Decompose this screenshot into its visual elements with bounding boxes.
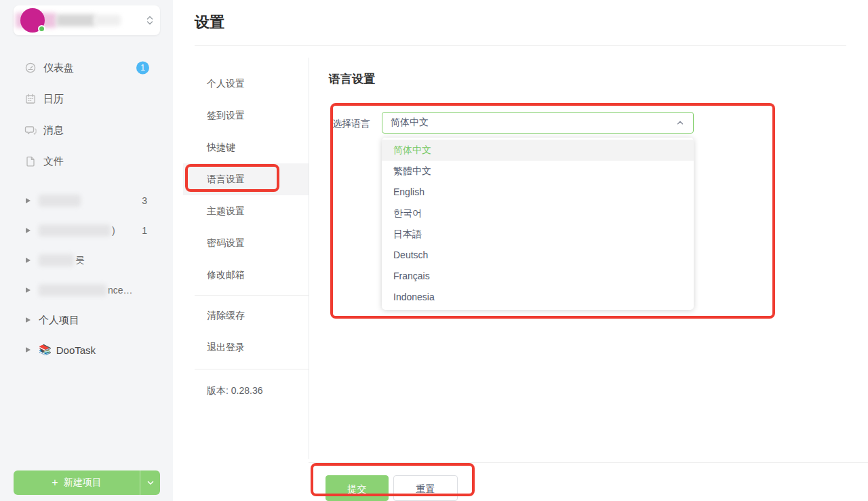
- disclosure-triangle-icon[interactable]: [26, 317, 31, 323]
- sidebar: 仪表盘 1 日历 消息 文件: [0, 0, 173, 501]
- dropdown-option-zh-tw[interactable]: 繁體中文: [382, 161, 694, 182]
- submit-button[interactable]: 提交: [326, 475, 389, 501]
- dropdown-option-japanese[interactable]: 日本語: [382, 224, 694, 245]
- dashboard-icon: [24, 62, 37, 74]
- divider: [195, 45, 846, 46]
- version-text: 版本: 0.28.36: [183, 375, 309, 407]
- dootask-app: 仪表盘 1 日历 消息 文件: [0, 0, 868, 501]
- project-row[interactable]: 3: [0, 186, 173, 216]
- sidebar-item-label: 仪表盘: [43, 62, 74, 75]
- project-name-fragment: nce…: [108, 285, 133, 296]
- dropdown-option-french[interactable]: Français: [382, 266, 694, 287]
- sidebar-item-messages[interactable]: 消息: [0, 115, 173, 146]
- sidebar-item-files[interactable]: 文件: [0, 146, 173, 177]
- books-emoji-icon: 📚: [39, 344, 52, 356]
- dropdown-option-english[interactable]: English: [382, 182, 694, 203]
- project-count: 1: [142, 225, 147, 236]
- redacted-project-name: [39, 254, 74, 266]
- settings-nav-item-personal[interactable]: 个人设置: [183, 68, 309, 100]
- language-select-value: 简体中文: [391, 117, 675, 129]
- project-name-fragment: 릇: [75, 254, 85, 266]
- select-language-label: 选择语言: [332, 118, 370, 130]
- project-row-dootask[interactable]: 📚 DooTask: [0, 335, 173, 365]
- disclosure-triangle-icon[interactable]: [26, 258, 31, 263]
- settings-nav-item-logout[interactable]: 退出登录: [183, 332, 309, 363]
- chevron-down-icon: [146, 479, 155, 487]
- project-name: DooTask: [56, 344, 96, 356]
- project-count: 3: [142, 195, 147, 206]
- workspace-selector[interactable]: [14, 5, 160, 35]
- panel-title: 语言设置: [329, 71, 375, 87]
- redacted-project-name: [39, 224, 111, 237]
- online-status-dot: [38, 25, 45, 33]
- language-settings-panel: 语言设置 选择语言 简体中文 简体中文 繁體中文 English 한국어 日本語…: [309, 58, 868, 501]
- disclosure-triangle-icon[interactable]: [26, 198, 31, 203]
- settings-nav: 个人设置 签到设置 快捷键 语言设置 主题设置 密码设置 修改邮箱 清除缓存 退…: [183, 68, 309, 407]
- sidebar-item-calendar[interactable]: 日历: [0, 83, 173, 115]
- language-select[interactable]: 简体中文: [382, 112, 694, 134]
- avatar: [20, 8, 45, 33]
- page-title: 设置: [195, 12, 224, 33]
- sidebar-item-dashboard[interactable]: 仪表盘 1: [0, 52, 173, 83]
- redacted-workspace-name: [56, 14, 96, 26]
- project-name-fragment: ): [112, 225, 115, 236]
- calendar-icon: [24, 93, 37, 105]
- reset-button[interactable]: 重置: [393, 475, 458, 501]
- project-row[interactable]: 릇: [0, 245, 173, 275]
- disclosure-triangle-icon[interactable]: [26, 347, 31, 353]
- disclosure-triangle-icon[interactable]: [26, 287, 31, 293]
- settings-nav-item-shortcuts[interactable]: 快捷键: [183, 132, 309, 163]
- dropdown-option-zh-cn[interactable]: 简体中文: [382, 140, 694, 161]
- project-row[interactable]: nce…: [0, 275, 173, 305]
- redacted-workspace-name: [94, 15, 121, 26]
- sidebar-nav: 仪表盘 1 日历 消息 文件: [0, 52, 173, 177]
- message-icon: [24, 124, 37, 136]
- chevrons-up-down-icon[interactable]: [145, 14, 155, 26]
- sidebar-item-label: 消息: [43, 124, 64, 137]
- divider: [195, 295, 309, 296]
- dropdown-option-indonesian[interactable]: Indonesia: [382, 287, 694, 308]
- dropdown-option-german[interactable]: Deutsch: [382, 245, 694, 266]
- settings-nav-item-password[interactable]: 密码设置: [183, 227, 309, 259]
- settings-nav-item-checkin[interactable]: 签到设置: [183, 100, 309, 132]
- project-name: 个人项目: [39, 314, 79, 327]
- new-project-label: 新建项目: [64, 477, 102, 489]
- settings-nav-item-clear-cache[interactable]: 清除缓存: [183, 300, 309, 332]
- dropdown-option-korean[interactable]: 한국어: [382, 203, 694, 224]
- new-project-dropdown-toggle[interactable]: [140, 470, 160, 495]
- plus-icon: +: [52, 477, 58, 488]
- unread-badge: 1: [136, 62, 149, 75]
- settings-nav-item-language[interactable]: 语言设置: [183, 163, 309, 195]
- new-project-main[interactable]: + 新建项目: [14, 470, 140, 495]
- settings-page: 设置 个人设置 签到设置 快捷键 语言设置 主题设置 密码设置 修改邮箱 清除缓…: [173, 0, 868, 501]
- new-project-button[interactable]: + 新建项目: [14, 470, 160, 495]
- redacted-project-name: [39, 195, 81, 207]
- sidebar-item-label: 文件: [43, 155, 64, 168]
- settings-nav-item-theme[interactable]: 主题设置: [183, 195, 309, 227]
- redacted-project-name: [39, 284, 106, 296]
- sidebar-item-label: 日历: [43, 93, 64, 106]
- project-list: 3 ) 1 릇 nce… 个人项目: [0, 186, 173, 365]
- chevron-up-icon: [675, 118, 685, 127]
- disclosure-triangle-icon[interactable]: [26, 228, 31, 233]
- file-icon: [24, 155, 37, 167]
- project-row-personal[interactable]: 个人项目: [0, 305, 173, 335]
- divider: [309, 462, 868, 463]
- divider: [195, 369, 309, 369]
- project-row[interactable]: ) 1: [0, 216, 173, 245]
- language-dropdown: 简体中文 繁體中文 English 한국어 日本語 Deutsch França…: [382, 138, 694, 310]
- settings-nav-item-email[interactable]: 修改邮箱: [183, 259, 309, 291]
